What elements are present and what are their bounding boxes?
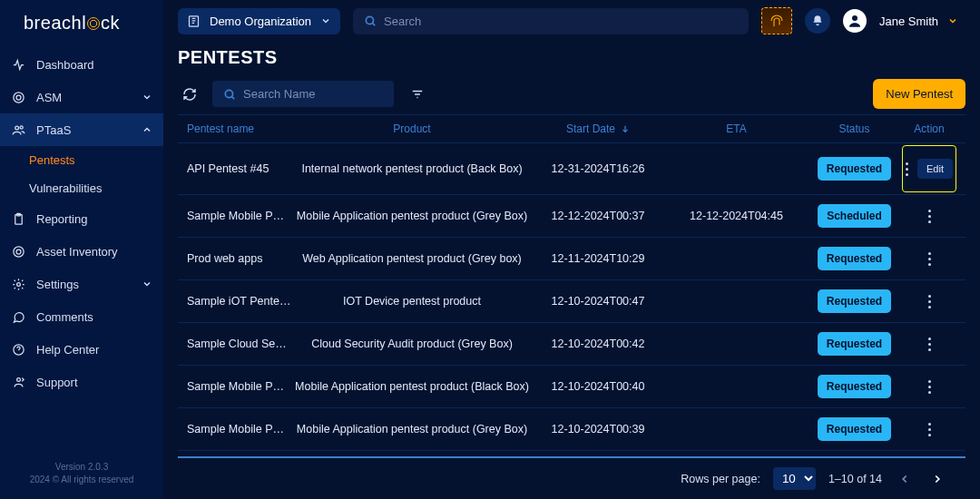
cell-start: 12-11-2024T10:29	[530, 252, 666, 265]
table-row: Prod web appsWeb Application pentest pro…	[178, 238, 965, 280]
edit-button[interactable]: Edit	[917, 159, 953, 179]
chevron-down-icon	[320, 15, 331, 26]
brand-text-after: ck	[101, 13, 120, 33]
cell-product: Mobile Application pentest product (Grey…	[294, 210, 530, 222]
refresh-button[interactable]	[178, 83, 201, 106]
org-label: Demo Organization	[210, 15, 311, 28]
cell-status: Requested	[807, 375, 902, 398]
rows-per-page-select[interactable]: 10	[773, 467, 816, 490]
brand-logo: breachlck	[0, 0, 163, 43]
row-action-menu[interactable]	[922, 210, 936, 223]
new-pentest-button[interactable]: New Pentest	[873, 79, 965, 109]
global-search[interactable]	[353, 8, 749, 34]
version-text: Version 2.0.3	[0, 461, 163, 474]
chevron-down-icon	[142, 279, 152, 289]
sidebar-item-label: PTaaS	[36, 123, 71, 137]
cell-status: Requested	[807, 247, 902, 270]
sidebar-item-support[interactable]: Support	[0, 366, 163, 398]
cell-status: Scheduled	[807, 204, 902, 228]
status-badge[interactable]: Requested	[818, 332, 891, 356]
fingerprint-scan-button[interactable]	[761, 7, 792, 34]
sidebar-item-label: Settings	[36, 278, 79, 291]
cell-status: Requested	[807, 417, 902, 441]
name-search-input[interactable]	[243, 87, 383, 101]
sidebar-item-label: Support	[36, 376, 78, 389]
sidebar-item-label: Asset Inventory	[36, 245, 118, 259]
cell-product: Mobile Application pentest product (Grey…	[294, 423, 530, 435]
svg-point-0	[13, 92, 23, 102]
row-action-menu[interactable]	[922, 295, 936, 308]
sidebar-item-ptaas[interactable]: PTaaS	[0, 113, 163, 146]
status-badge[interactable]: Scheduled	[818, 204, 891, 228]
sidebar-item-asset-inventory[interactable]: Asset Inventory	[0, 235, 163, 268]
row-action-menu[interactable]	[922, 252, 936, 266]
cell-product: Mobile Application pentest product (Blac…	[294, 380, 530, 393]
status-badge[interactable]: Requested	[818, 157, 891, 181]
column-header-action[interactable]: Action	[902, 122, 956, 135]
org-icon	[187, 15, 201, 28]
row-action-menu[interactable]	[922, 338, 936, 351]
row-action-menu[interactable]	[906, 162, 908, 176]
sidebar-footer: Version 2.0.3 2024 © All rights reserved	[0, 450, 163, 499]
user-name-label: Jane Smith	[879, 15, 938, 28]
brand-icon	[87, 17, 100, 30]
cell-name: API Pentest #45	[185, 162, 294, 175]
rows-range-label: 1–10 of 14	[828, 473, 882, 485]
cell-name: Sample Mobile P…	[185, 380, 294, 393]
sidebar-item-comments[interactable]: Comments	[0, 300, 163, 333]
sidebar: breachlck DashboardASMPTaaSPentestsVulne…	[0, 0, 163, 499]
global-search-input[interactable]	[384, 15, 738, 28]
sidebar-item-dashboard[interactable]: Dashboard	[0, 48, 163, 81]
page-title: PENTESTS	[178, 47, 965, 68]
sidebar-item-settings[interactable]: Settings	[0, 268, 163, 300]
cell-product: Web Application pentest product (Grey bo…	[294, 252, 530, 265]
sidebar-item-asm[interactable]: ASM	[0, 81, 163, 113]
status-badge[interactable]: Requested	[818, 375, 891, 398]
cell-name: Prod web apps	[185, 252, 294, 265]
next-page-button[interactable]	[927, 469, 947, 489]
activity-icon	[11, 57, 25, 72]
chevron-down-icon	[142, 92, 152, 103]
cell-status: Requested	[807, 289, 902, 313]
sidebar-item-reporting[interactable]: Reporting	[0, 202, 163, 235]
bell-icon	[811, 15, 824, 27]
column-header-name[interactable]: Pentest name	[185, 122, 294, 135]
notifications-button[interactable]	[805, 8, 830, 34]
cell-product: IOT Device pentest product	[294, 295, 530, 308]
page: PENTESTS New Pentest Pentest name Produc…	[163, 42, 980, 499]
svg-point-6	[13, 246, 23, 256]
org-selector[interactable]: Demo Organization	[178, 8, 340, 34]
svg-point-2	[15, 126, 18, 130]
svg-point-10	[16, 377, 20, 381]
chevron-up-icon	[142, 124, 152, 135]
avatar[interactable]	[843, 9, 867, 33]
row-action-menu[interactable]	[922, 380, 936, 394]
search-icon	[223, 88, 236, 101]
sidebar-item-label: Comments	[36, 310, 93, 324]
column-header-product[interactable]: Product	[294, 122, 530, 135]
user-menu[interactable]: Jane Smith	[879, 15, 965, 28]
users-icon	[11, 122, 25, 137]
status-badge[interactable]: Requested	[818, 417, 891, 441]
svg-point-8	[16, 282, 20, 286]
cell-start: 12-12-2024T00:37	[530, 210, 666, 222]
table-header: Pentest name Product Start Date ETA Stat…	[178, 115, 965, 143]
status-badge[interactable]: Requested	[818, 247, 891, 270]
sidebar-subitem-vulnerabilities[interactable]: Vulnerabilities	[0, 174, 163, 202]
name-search[interactable]	[212, 81, 394, 107]
column-header-start[interactable]: Start Date	[530, 122, 666, 135]
prev-page-button[interactable]	[895, 469, 915, 489]
brand-text-before: breachl	[24, 13, 86, 33]
svg-point-13	[852, 15, 858, 21]
filter-button[interactable]	[405, 83, 430, 106]
sidebar-item-label: ASM	[36, 91, 62, 104]
sidebar-item-label: Dashboard	[36, 58, 94, 72]
column-header-eta[interactable]: ETA	[666, 122, 807, 135]
cell-name: Sample Cloud Se…	[185, 338, 294, 350]
sidebar-subitem-pentests[interactable]: Pentests	[0, 146, 163, 174]
search-icon	[364, 15, 377, 27]
row-action-menu[interactable]	[922, 423, 936, 436]
status-badge[interactable]: Requested	[818, 289, 891, 313]
sidebar-item-help-center[interactable]: Help Center	[0, 333, 163, 366]
column-header-status[interactable]: Status	[807, 122, 902, 135]
